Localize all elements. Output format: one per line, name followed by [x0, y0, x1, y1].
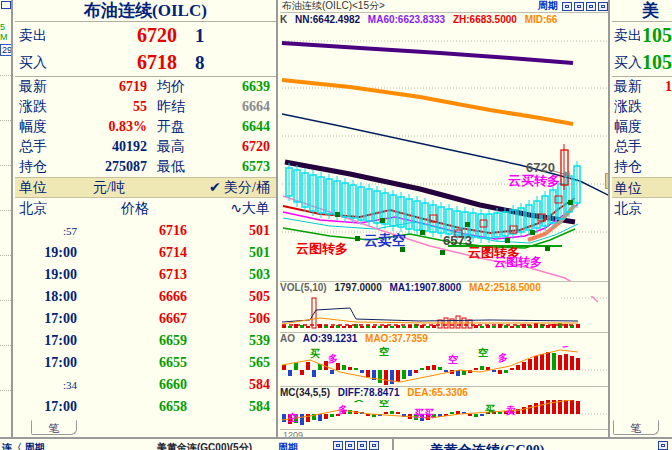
vol-ma1: MA1:1907.8000: [390, 282, 462, 293]
unit-option-usd-checked[interactable]: ✔ 美分/桶: [155, 179, 276, 197]
window-icon[interactable]: [658, 441, 668, 450]
right-bid-row: 买入 105: [612, 49, 672, 76]
kline-chart[interactable]: 67206573云图转多云卖空云图转多云图转多云买转多买多空空空多买多空多卖空买…: [280, 0, 610, 437]
ask-price: 6720: [67, 24, 177, 47]
header-bigorder: ∿大单: [195, 200, 276, 218]
vol-ma2: MA2:2518.5000: [469, 282, 541, 293]
svg-text:云图转多: 云图转多: [494, 255, 542, 269]
right-tab-tick[interactable]: 笔: [613, 420, 659, 435]
svg-text:云卖空: 云卖空: [364, 232, 406, 248]
unit-label: 单位: [15, 179, 63, 197]
ma60-value: MA60:6623.8333: [368, 14, 445, 25]
right-title: 美: [612, 0, 672, 22]
svg-text:买: 买: [485, 404, 495, 415]
svg-text:空: 空: [288, 412, 298, 423]
tick-row: 17:00 6655 565: [15, 352, 276, 374]
svg-text:多: 多: [338, 404, 348, 415]
tick-row: 19:00 6713 503: [15, 264, 276, 286]
mc-name: MC(34,5,5): [280, 387, 330, 398]
vol-value: 1797.0000: [334, 282, 381, 293]
tick-row: :34 6660 584: [15, 374, 276, 396]
right-stat-row: 持仓: [612, 157, 672, 177]
vol-name: VOL(5,10): [280, 282, 327, 293]
stat-row: 最新6719 均价6639: [15, 77, 276, 97]
maximize-icon[interactable]: [369, 441, 379, 450]
stat-row: 持仓275087 最低6573: [15, 157, 276, 177]
window-icon[interactable]: [1, 1, 11, 9]
header-price: 价格: [75, 200, 195, 218]
ask-qty: 1: [177, 25, 247, 47]
scroll-marker[interactable]: [605, 173, 610, 189]
right-bid-label: 买入: [612, 54, 642, 72]
right-latest-label: 最新: [612, 78, 646, 96]
stat-row: 涨跌55 昨结6664: [15, 97, 276, 117]
bottom-mid-period[interactable]: 周期: [278, 441, 298, 450]
split-window-icon[interactable]: [357, 441, 367, 450]
right-ask-label: 卖出: [612, 27, 642, 45]
left-clipped-panel: 5 M 29: [0, 0, 13, 437]
tick-list: :57 6716 501 19:00 6714 501 19:00 6713 5…: [15, 220, 276, 418]
stats-block: 最新6719 均价6639 涨跌55 昨结6664 幅度0.83% 开盘6644…: [15, 77, 276, 177]
tick-row: :57 6716 501: [15, 220, 276, 242]
mc-diff: DIFF:78.8471: [338, 387, 400, 398]
mini-label: 5 M: [0, 22, 11, 42]
bottom-strip: 连〈 周期 美黄金连(GC00)(5分) 周期 美黄金连续(GC00): [0, 437, 672, 450]
right-beijing-label: 北京: [612, 198, 672, 220]
bid-row: 买入 6718 8: [15, 49, 276, 76]
stat-row: 幅度0.83% 开盘6644: [15, 117, 276, 137]
zh-value: ZH:6683.5000: [453, 14, 517, 25]
tick-row: 19:00 6714 501: [15, 242, 276, 264]
window-controls: [562, 2, 608, 11]
nn-value: NN:6642.4982: [295, 14, 360, 25]
instrument-title: 布油连续(OILC): [15, 0, 276, 22]
kline-info-row: K NN:6642.4982 MA60:6623.8333 ZH:6683.50…: [280, 14, 610, 27]
ao-name: AO: [280, 333, 295, 344]
right-bid-price: 105: [642, 51, 672, 74]
arrange-left-icon[interactable]: [562, 2, 572, 11]
right-stat-row: 总手: [612, 137, 672, 157]
arrange-right-icon[interactable]: [574, 2, 584, 11]
bottom-right-icon-group: [658, 441, 668, 450]
right-unit-row[interactable]: 单位: [612, 177, 672, 198]
split-window-icon[interactable]: [586, 2, 596, 11]
bid-price: 6718: [67, 51, 177, 74]
right-latest-value: 1: [646, 79, 672, 95]
chart-title: 布油连续(OILC)<15分>: [280, 0, 538, 13]
bottom-mid-title: 美黄金连(GC00)(5分): [157, 441, 252, 450]
svg-text:云买转多: 云买转多: [508, 173, 560, 188]
tab-tick[interactable]: 笔: [31, 420, 77, 435]
svg-text:空: 空: [379, 346, 389, 357]
chart-header: 布油连续(OILC)<15分> 周期: [280, 0, 610, 13]
right-ask-row: 卖出 105: [612, 22, 672, 49]
bar-count: 1209: [283, 430, 303, 437]
right-latest-row: 最新 1: [612, 77, 672, 97]
bottom-left-period[interactable]: 连〈 周期: [2, 441, 45, 450]
bid-qty: 8: [177, 52, 247, 74]
tick-row: 18:00 6666 505: [15, 286, 276, 308]
ao-mao: MAO:37.7359: [365, 333, 428, 344]
right-stat-row: 涨跌: [612, 97, 672, 117]
bottom-window-controls: [333, 441, 379, 450]
tick-row: 17:00 6667 506: [15, 308, 276, 330]
mc-dea: DEA:65.3306: [407, 387, 468, 398]
mc-indicator-row: MC(34,5,5) DIFF:78.8471 DEA:65.3306: [280, 386, 610, 400]
bid-label: 买入: [15, 54, 67, 72]
maximize-icon[interactable]: [598, 2, 608, 11]
badge: 29: [0, 44, 13, 56]
stat-row: 总手40192 最高6720: [15, 137, 276, 157]
trading-terminal: 5 M 29 布油连续(OILC) 卖出 6720 1 买入 6718 8 最新…: [0, 0, 672, 450]
svg-text:空: 空: [478, 347, 488, 358]
vol-indicator-row: VOL(5,10) 1797.0000 MA1:1907.8000 MA2:25…: [280, 281, 610, 296]
ask-row: 卖出 6720 1: [15, 22, 276, 49]
unit-option-cny[interactable]: 元/吨: [63, 179, 155, 197]
period-button[interactable]: 周期: [538, 0, 558, 13]
chart-panel[interactable]: 67206573云图转多云卖空云图转多云图转多云买转多买多空空空多买多空多卖空买…: [280, 0, 610, 437]
right-quote-panel: 美 卖出 105 买入 105 最新 1 涨跌幅度总手持仓 单位 北京 笔: [612, 0, 672, 437]
arrange-right-icon[interactable]: [345, 441, 355, 450]
arrange-left-icon[interactable]: [333, 441, 343, 450]
unit-row[interactable]: 单位 元/吨 ✔ 美分/桶: [15, 177, 276, 198]
k-label: K: [280, 14, 287, 25]
right-stat-row: 幅度: [612, 117, 672, 137]
right-labels-block: 涨跌幅度总手持仓: [612, 97, 672, 177]
svg-text:买买: 买买: [414, 408, 434, 419]
